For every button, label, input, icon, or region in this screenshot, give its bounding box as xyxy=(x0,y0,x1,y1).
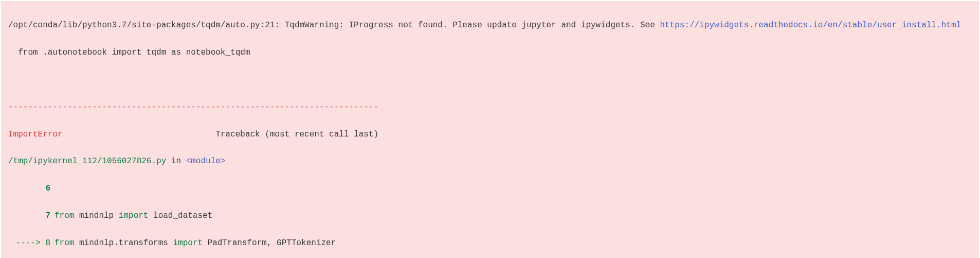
blank-line-1 xyxy=(8,73,972,87)
code-line-7: 7from mindnlp import load_dataset xyxy=(8,209,972,222)
separator-line: ----------------------------------------… xyxy=(8,100,972,114)
line-number-7: 7 xyxy=(8,209,55,222)
keyword-import: import xyxy=(119,211,149,220)
error-header-line: ImportError Traceback (most recent call … xyxy=(8,128,972,141)
keyword-import: import xyxy=(173,238,203,248)
traceback-label: Traceback (most recent call last) xyxy=(215,130,378,139)
file-path: /tmp/ipykernel_112/1056027826.py xyxy=(8,157,166,166)
error-output-cell: /opt/conda/lib/python3.7/site-packages/t… xyxy=(1,1,979,258)
keyword-from: from xyxy=(55,238,74,248)
code-line-8-error: ----> 8from mindnlp.transforms import Pa… xyxy=(8,236,972,250)
code-line-6: 6 xyxy=(8,182,972,195)
file-line: /tmp/ipykernel_112/1056027826.py in <mod… xyxy=(8,154,972,168)
module-name: mindnlp xyxy=(74,211,118,220)
error-name: ImportError xyxy=(8,130,63,139)
in-text: in xyxy=(166,157,186,166)
import-names: load_dataset xyxy=(148,211,212,220)
module-tag: <module> xyxy=(186,157,226,166)
import-names: PadTransform, GPTTokenizer xyxy=(203,238,336,248)
warning-line-2: from .autonotebook import tqdm as notebo… xyxy=(8,46,972,59)
error-arrow: ----> 8 xyxy=(8,236,55,250)
error-spacer xyxy=(63,130,216,139)
module-name: mindnlp.transforms xyxy=(74,238,173,248)
warning-link[interactable]: https://ipywidgets.readthedocs.io/en/sta… xyxy=(660,21,961,30)
keyword-from: from xyxy=(55,211,74,220)
warning-line-1: /opt/conda/lib/python3.7/site-packages/t… xyxy=(8,19,972,32)
warning-path: /opt/conda/lib/python3.7/site-packages/t… xyxy=(8,21,660,30)
line-number-6: 6 xyxy=(8,182,55,195)
